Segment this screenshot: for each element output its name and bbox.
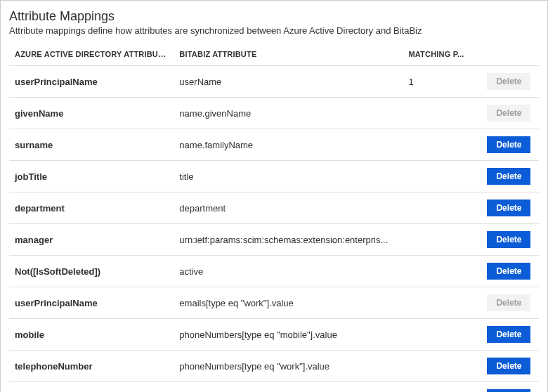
matching-precedence-cell: 1 <box>403 66 481 98</box>
action-cell: Delete <box>481 129 539 161</box>
azure-attribute-cell: givenName <box>9 98 174 129</box>
azure-attribute-cell: jobTitle <box>9 161 174 192</box>
azure-attribute-cell: surname <box>9 129 174 161</box>
matching-precedence-cell <box>403 161 481 192</box>
target-attribute-cell: title <box>174 161 403 192</box>
table-row[interactable]: givenNamename.givenNameDelete <box>9 98 539 129</box>
delete-button[interactable]: Delete <box>487 136 530 153</box>
action-cell: Delete <box>481 224 539 256</box>
target-attribute-cell: userName <box>174 66 403 98</box>
target-attribute-cell: department <box>174 192 403 224</box>
col-header-matching[interactable]: MATCHING P... <box>403 46 481 66</box>
matching-precedence-cell <box>403 382 481 393</box>
delete-button[interactable]: Delete <box>487 389 530 392</box>
target-attribute-cell: name.givenName <box>174 98 403 129</box>
mappings-table: AZURE ACTIVE DIRECTORY ATTRIBUTE BITABIZ… <box>9 46 539 392</box>
azure-attribute-cell: country <box>9 382 174 393</box>
matching-precedence-cell <box>403 192 481 224</box>
delete-button[interactable]: Delete <box>487 231 530 248</box>
action-cell: Delete <box>481 382 539 393</box>
matching-precedence-cell <box>403 351 481 382</box>
azure-attribute-cell: telephoneNumber <box>9 351 174 382</box>
table-row[interactable]: userPrincipalNameemails[type eq "work"].… <box>9 287 539 319</box>
delete-button[interactable]: Delete <box>487 168 530 185</box>
target-attribute-cell: name.familyName <box>174 129 403 161</box>
table-row[interactable]: jobTitletitleDelete <box>9 161 539 192</box>
action-cell: Delete <box>481 287 539 319</box>
delete-button: Delete <box>487 73 530 90</box>
table-row[interactable]: departmentdepartmentDelete <box>9 192 539 224</box>
col-header-target[interactable]: BITABIZ ATTRIBUTE <box>174 46 403 66</box>
attribute-mappings-panel: Attribute Mappings Attribute mappings de… <box>0 0 548 392</box>
target-attribute-cell: active <box>174 256 403 287</box>
delete-button: Delete <box>487 294 530 311</box>
panel-title: Attribute Mappings <box>9 9 539 24</box>
action-cell: Delete <box>481 351 539 382</box>
table-row[interactable]: mobilephoneNumbers[type eq "mobile"].val… <box>9 319 539 351</box>
matching-precedence-cell <box>403 256 481 287</box>
azure-attribute-cell: department <box>9 192 174 224</box>
table-row[interactable]: telephoneNumberphoneNumbers[type eq "wor… <box>9 351 539 382</box>
azure-attribute-cell: userPrincipalName <box>9 66 174 98</box>
action-cell: Delete <box>481 192 539 224</box>
col-header-action <box>481 46 539 66</box>
action-cell: Delete <box>481 319 539 351</box>
action-cell: Delete <box>481 256 539 287</box>
azure-attribute-cell: manager <box>9 224 174 256</box>
target-attribute-cell: emails[type eq "work"].value <box>174 287 403 319</box>
azure-attribute-cell: Not([IsSoftDeleted]) <box>9 256 174 287</box>
target-attribute-cell: phoneNumbers[type eq "mobile"].value <box>174 319 403 351</box>
table-row[interactable]: managerurn:ietf:params:scim:schemas:exte… <box>9 224 539 256</box>
action-cell: Delete <box>481 161 539 192</box>
table-row[interactable]: countryaddresses[type eq "work"].country… <box>9 382 539 393</box>
matching-precedence-cell <box>403 287 481 319</box>
matching-precedence-cell <box>403 98 481 129</box>
delete-button: Delete <box>487 105 530 122</box>
delete-button[interactable]: Delete <box>487 200 530 216</box>
action-cell: Delete <box>481 66 539 98</box>
azure-attribute-cell: userPrincipalName <box>9 287 174 319</box>
delete-button[interactable]: Delete <box>487 358 530 374</box>
col-header-azure[interactable]: AZURE ACTIVE DIRECTORY ATTRIBUTE <box>9 46 174 66</box>
target-attribute-cell: phoneNumbers[type eq "work"].value <box>174 351 403 382</box>
matching-precedence-cell <box>403 319 481 351</box>
azure-attribute-cell: mobile <box>9 319 174 351</box>
delete-button[interactable]: Delete <box>487 263 530 280</box>
delete-button[interactable]: Delete <box>487 326 530 343</box>
target-attribute-cell: addresses[type eq "work"].country <box>174 382 403 393</box>
action-cell: Delete <box>481 98 539 129</box>
panel-description: Attribute mappings define how attributes… <box>9 25 539 36</box>
table-row[interactable]: surnamename.familyNameDelete <box>9 129 539 161</box>
table-header-row: AZURE ACTIVE DIRECTORY ATTRIBUTE BITABIZ… <box>9 46 539 66</box>
matching-precedence-cell <box>403 224 481 256</box>
target-attribute-cell: urn:ietf:params:scim:schemas:extension:e… <box>174 224 403 256</box>
table-row[interactable]: userPrincipalNameuserName1Delete <box>9 66 539 98</box>
matching-precedence-cell <box>403 129 481 161</box>
table-row[interactable]: Not([IsSoftDeleted])activeDelete <box>9 256 539 287</box>
